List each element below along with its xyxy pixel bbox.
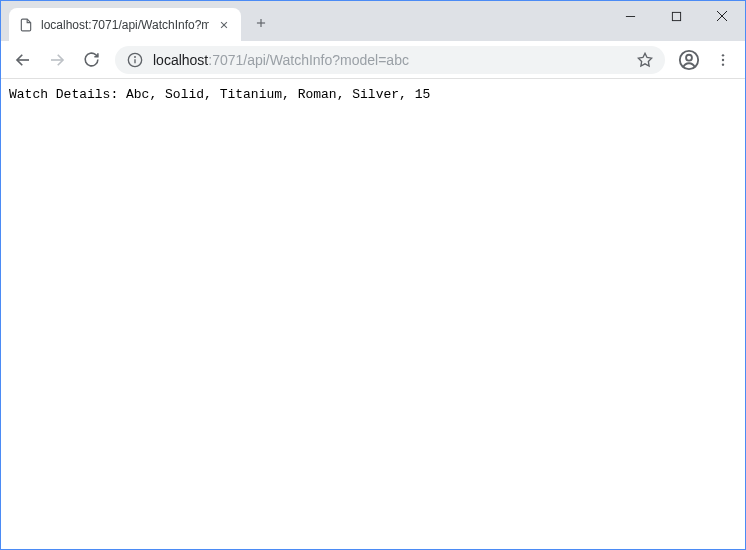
new-tab-button[interactable] xyxy=(247,9,275,37)
url-path: :7071/api/WatchInfo?model=abc xyxy=(208,52,409,68)
close-window-button[interactable] xyxy=(699,1,745,31)
svg-rect-5 xyxy=(672,12,680,20)
close-icon[interactable] xyxy=(217,18,231,32)
forward-button[interactable] xyxy=(43,46,71,74)
maximize-button[interactable] xyxy=(653,1,699,31)
file-icon xyxy=(19,18,33,32)
browser-toolbar: localhost:7071/api/WatchInfo?model=abc xyxy=(1,41,745,79)
url-host: localhost xyxy=(153,52,208,68)
svg-point-18 xyxy=(722,63,724,65)
tab-title: localhost:7071/api/WatchInfo?m xyxy=(41,18,209,32)
response-body: Watch Details: Abc, Solid, Titanium, Rom… xyxy=(9,87,430,102)
profile-button[interactable] xyxy=(675,46,703,74)
url-text: localhost:7071/api/WatchInfo?model=abc xyxy=(153,52,627,68)
minimize-button[interactable] xyxy=(607,1,653,31)
back-button[interactable] xyxy=(9,46,37,74)
menu-button[interactable] xyxy=(709,46,737,74)
browser-tab[interactable]: localhost:7071/api/WatchInfo?m xyxy=(9,8,241,41)
browser-titlebar: localhost:7071/api/WatchInfo?m xyxy=(1,1,745,41)
svg-marker-13 xyxy=(638,53,651,66)
bookmark-icon[interactable] xyxy=(637,52,653,68)
address-bar[interactable]: localhost:7071/api/WatchInfo?model=abc xyxy=(115,46,665,74)
svg-point-17 xyxy=(722,58,724,60)
svg-point-12 xyxy=(135,56,136,57)
svg-point-16 xyxy=(722,54,724,56)
svg-point-15 xyxy=(686,54,692,60)
window-controls xyxy=(607,1,745,31)
reload-button[interactable] xyxy=(77,46,105,74)
site-info-icon[interactable] xyxy=(127,52,143,68)
page-content: Watch Details: Abc, Solid, Titanium, Rom… xyxy=(1,79,745,110)
